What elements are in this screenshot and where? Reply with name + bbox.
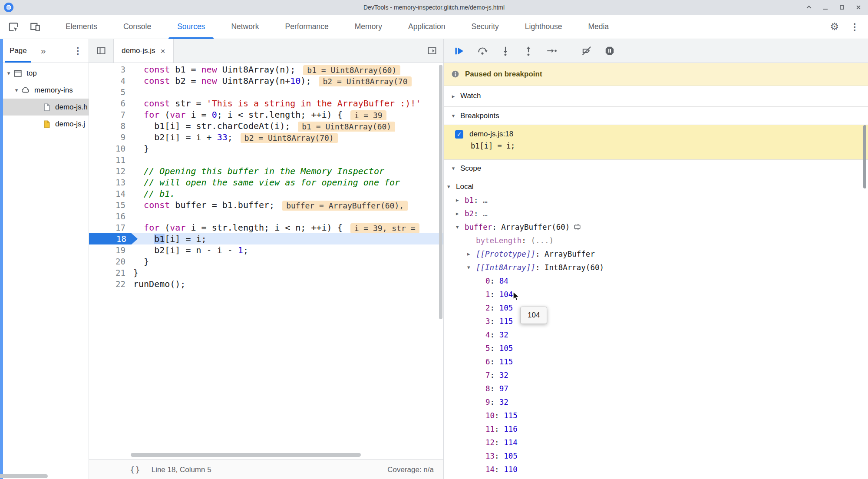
line-number-10[interactable]: 10 xyxy=(89,143,132,154)
line-number-17[interactable]: 17 xyxy=(89,222,132,233)
pause-on-exceptions-icon[interactable] xyxy=(604,45,615,56)
code-line-content[interactable]: for (var i = 0; i < str.length; ++i) {i … xyxy=(132,109,386,120)
code-line-content[interactable]: } xyxy=(132,143,149,154)
tab-sources[interactable]: Sources xyxy=(164,15,218,39)
line-number-21[interactable]: 21 xyxy=(89,267,132,278)
close-icon[interactable]: × xyxy=(160,47,165,55)
code-line-content[interactable]: const str = 'This is a string in the Arr… xyxy=(132,98,421,109)
section-watch[interactable]: ▸ Watch xyxy=(444,86,868,107)
line-number-12[interactable]: 12 xyxy=(89,165,132,177)
scope-row-prototype[interactable]: ▸[[Prototype]]: ArrayBuffer xyxy=(444,247,868,261)
scope-row-0[interactable]: 0: 84 xyxy=(444,274,868,287)
scope-row-local[interactable]: ▾Local xyxy=(444,180,868,193)
code-line-content[interactable]: const b2 = new Uint8Array(n+10);b2 = Uin… xyxy=(132,75,412,86)
pretty-print-button[interactable]: {} xyxy=(130,465,141,474)
section-scope[interactable]: ▾ Scope xyxy=(444,160,868,177)
code-line-content[interactable]: const buffer = b1.buffer;buffer = ArrayB… xyxy=(132,199,408,211)
file-tab-demo-js[interactable]: demo-js.js × xyxy=(113,39,174,63)
more-tabs-icon[interactable]: » xyxy=(41,46,46,56)
section-breakpoints[interactable]: ▾ Breakpoints xyxy=(444,107,868,125)
device-toolbar-icon[interactable] xyxy=(30,21,41,33)
memory-inspector-icon[interactable] xyxy=(573,223,581,231)
scope-row-buffer[interactable]: ▾buffer: ArrayBuffer(60) xyxy=(444,220,868,234)
line-number-20[interactable]: 20 xyxy=(89,256,132,267)
code-line-content[interactable]: b1[i] = i; xyxy=(132,233,207,244)
sidebar-horizontal-scrollbar[interactable] xyxy=(0,474,48,478)
scope-row-int8array[interactable]: ▾[[Int8Array]]: Int8Array(60) xyxy=(444,261,868,274)
step-over-icon[interactable] xyxy=(477,45,488,56)
chevron-down-icon[interactable]: ▾ xyxy=(446,183,456,190)
scope-row-9[interactable]: 9: 32 xyxy=(444,395,868,409)
tab-memory[interactable]: Memory xyxy=(342,15,395,39)
tab-application[interactable]: Application xyxy=(395,15,459,39)
scope-row-12[interactable]: 12: 114 xyxy=(444,436,868,449)
editor-corner-button[interactable] xyxy=(427,39,443,63)
inspect-icon[interactable] xyxy=(8,21,19,33)
open-drawer-icon[interactable] xyxy=(427,46,437,56)
expand-icon[interactable] xyxy=(805,4,812,11)
code-line-content[interactable]: // will open the same view as for openin… xyxy=(132,177,400,188)
code-line-content[interactable] xyxy=(132,154,133,165)
tab-elements[interactable]: Elements xyxy=(53,15,110,39)
line-number-16[interactable]: 16 xyxy=(89,211,132,222)
chevron-down-icon[interactable]: ▾ xyxy=(4,70,13,76)
line-number-9[interactable]: 9 xyxy=(89,132,132,143)
line-number-18[interactable]: 18 xyxy=(89,233,132,244)
scope-row-3[interactable]: 3: 115 xyxy=(444,314,868,328)
chevron-right-icon[interactable]: ▸ xyxy=(455,210,465,217)
chevron-down-icon[interactable]: ▾ xyxy=(466,264,476,271)
line-number-13[interactable]: 13 xyxy=(89,177,132,188)
line-number-19[interactable]: 19 xyxy=(89,244,132,256)
scope-row-13[interactable]: 13: 105 xyxy=(444,449,868,462)
tab-network[interactable]: Network xyxy=(218,15,272,39)
tab-console[interactable]: Console xyxy=(110,15,164,39)
code-line-content[interactable]: // b1. xyxy=(132,188,175,199)
tab-page[interactable]: Page xyxy=(5,39,31,63)
editor-horizontal-scrollbar[interactable] xyxy=(131,453,361,457)
tab-lighthouse[interactable]: Lighthouse xyxy=(512,15,575,39)
code-line-content[interactable]: runDemo(); xyxy=(132,278,185,290)
tab-security[interactable]: Security xyxy=(459,15,512,39)
code-line-content[interactable] xyxy=(132,211,133,222)
settings-gear-icon[interactable]: ⚙ xyxy=(830,21,839,33)
step-out-icon[interactable] xyxy=(523,45,534,56)
line-number-14[interactable]: 14 xyxy=(89,188,132,199)
editor-vertical-scrollbar[interactable] xyxy=(439,65,442,319)
code-line-content[interactable]: } xyxy=(132,256,149,267)
code-line-content[interactable]: b2[i] = i + 33;b2 = Uint8Array(70) xyxy=(132,132,338,143)
scope-row-b1[interactable]: ▸b1: … xyxy=(444,193,868,207)
scope-row-bytelength[interactable]: byteLength: (...) xyxy=(444,234,868,247)
code-line-content[interactable]: // Opening this buffer in the Memory Ins… xyxy=(132,165,384,177)
line-number-5[interactable]: 5 xyxy=(89,86,132,98)
chevron-down-icon[interactable]: ▾ xyxy=(455,224,465,230)
kebab-menu-icon[interactable]: ⋮ xyxy=(73,46,83,56)
line-number-11[interactable]: 11 xyxy=(89,154,132,165)
chevron-right-icon[interactable]: ▸ xyxy=(466,251,476,257)
chevron-down-icon[interactable]: ▾ xyxy=(12,87,21,93)
scope-row-8[interactable]: 8: 97 xyxy=(444,382,868,395)
toggle-navigator-button[interactable] xyxy=(89,39,113,63)
code-line-content[interactable] xyxy=(132,86,133,98)
breakpoint-checkbox[interactable]: ✓ xyxy=(455,130,463,139)
line-number-3[interactable]: 3 xyxy=(89,64,132,75)
scope-row-7[interactable]: 7: 32 xyxy=(444,368,868,382)
scope-row-6[interactable]: 6: 115 xyxy=(444,355,868,368)
minimize-icon[interactable] xyxy=(822,4,829,11)
debugger-vertical-scrollbar[interactable] xyxy=(863,125,866,188)
tab-media[interactable]: Media xyxy=(575,15,622,39)
scope-row-b2[interactable]: ▸b2: … xyxy=(444,207,868,220)
scope-row-10[interactable]: 10: 115 xyxy=(444,409,868,422)
tree-item-demo-js-j[interactable]: demo-js.j xyxy=(0,116,89,132)
code-line-content[interactable]: for (var i = str.length; i < n; ++i) {i … xyxy=(132,222,419,233)
tree-item-top[interactable]: ▾top xyxy=(0,65,89,82)
step-into-icon[interactable] xyxy=(500,45,511,56)
chevron-right-icon[interactable]: ▸ xyxy=(455,197,465,203)
resume-icon[interactable] xyxy=(453,45,465,57)
line-number-22[interactable]: 22 xyxy=(89,278,132,290)
step-icon[interactable] xyxy=(546,45,557,56)
line-number-4[interactable]: 4 xyxy=(89,75,132,86)
kebab-menu-icon[interactable]: ⋮ xyxy=(850,22,859,32)
scope-row-5[interactable]: 5: 105 xyxy=(444,341,868,355)
deactivate-breakpoints-icon[interactable] xyxy=(581,45,592,56)
scope-row-4[interactable]: 4: 32 xyxy=(444,328,868,341)
